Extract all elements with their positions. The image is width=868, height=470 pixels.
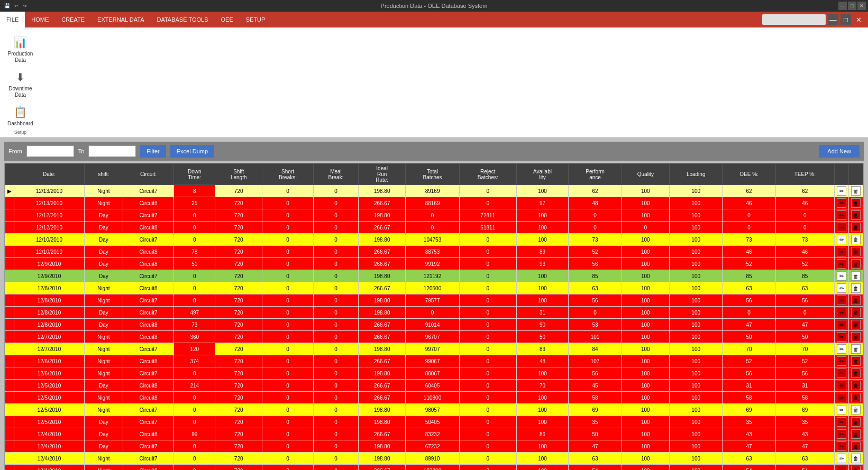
edit-btn[interactable]: ✏ [837,223,846,232]
edit-btn[interactable]: ✏ [837,198,846,208]
table-row[interactable]: 12/7/2010NightCircuit836072000266.679670… [5,331,863,343]
row-selector[interactable] [5,416,14,428]
table-row[interactable]: 12/4/2010DayCircuit89972000266.678323208… [5,428,863,440]
table-row[interactable]: 12/8/2010NightCircuit7072000198.80795770… [5,294,863,307]
table-row[interactable]: 12/4/2010NightCircuit7072000198.80899100… [5,453,863,465]
edit-btn[interactable]: ✏ [837,283,846,293]
edit-btn[interactable]: ✏ [837,186,846,196]
menu-database[interactable]: DATABASE TOOLS [150,12,214,27]
table-row[interactable]: 12/12/2010DayCircuit8072000266.670618111… [5,222,863,234]
edit-btn[interactable]: ✏ [837,356,846,366]
row-selector[interactable] [5,319,14,331]
delete-btn[interactable]: 🗑 [851,223,861,232]
row-selector[interactable] [5,428,14,440]
minimize-btn[interactable]: — [838,2,847,10]
menu-external[interactable]: EXTERNAL DATA [91,12,150,27]
delete-btn[interactable]: 🗑 [851,308,861,317]
row-selector[interactable] [5,307,14,319]
table-row[interactable]: ▶12/13/2010NightCircuit7872000198.808916… [5,185,863,197]
edit-btn[interactable]: ✏ [837,393,846,402]
table-row[interactable]: 12/12/2010DayCircuit7072000198.800728111… [5,209,863,222]
edit-btn[interactable]: ✏ [837,368,846,378]
edit-btn[interactable]: ✏ [837,454,846,463]
row-selector[interactable] [5,380,14,392]
downtime-data-btn[interactable]: ⬇ DowntimeData [5,67,35,100]
edit-btn[interactable]: ✏ [837,296,846,305]
delete-btn[interactable]: 🗑 [851,417,861,427]
row-selector[interactable] [5,246,14,258]
row-selector[interactable] [5,234,14,246]
delete-btn[interactable]: 🗑 [851,283,861,293]
edit-btn[interactable]: ✏ [837,308,846,317]
edit-btn[interactable]: ✏ [837,247,846,256]
from-input[interactable] [26,145,74,157]
edit-btn[interactable]: ✏ [837,441,846,451]
filter-button[interactable]: Filter [140,145,166,158]
delete-btn[interactable]: 🗑 [851,186,861,196]
delete-btn[interactable]: 🗑 [851,368,861,378]
ribbon-close[interactable]: ✕ [853,14,864,25]
delete-btn[interactable]: 🗑 [851,210,861,220]
ribbon-restore[interactable]: □ [840,14,851,25]
data-table-container[interactable]: Date: shift: Circuit: DownTime: ShiftLen… [4,163,864,470]
delete-btn[interactable]: 🗑 [851,296,861,305]
table-row[interactable]: 12/9/2010DayCircuit7072000198.8012119201… [5,270,863,282]
excel-button[interactable]: Excel Dump [170,145,214,158]
delete-btn[interactable]: 🗑 [851,344,861,354]
delete-btn[interactable]: 🗑 [851,235,861,244]
table-row[interactable]: 12/7/2010NightCircuit712072000198.809970… [5,343,863,355]
menu-home[interactable]: HOME [25,12,55,27]
edit-btn[interactable]: ✏ [837,429,846,439]
table-row[interactable]: 12/4/2010NightCircuit8072000266.67103800… [5,465,863,471]
edit-btn[interactable]: ✏ [837,259,846,269]
table-row[interactable]: 12/8/2010DayCircuit87372000266.679101409… [5,319,863,331]
table-row[interactable]: 12/5/2010NightCircuit8072000266.67110800… [5,392,863,404]
delete-btn[interactable]: 🗑 [851,466,861,470]
table-row[interactable]: 12/5/2010DayCircuit821472000266.67604050… [5,380,863,392]
table-row[interactable]: 12/8/2010DayCircuit749772000198.80003101… [5,307,863,319]
add-new-button[interactable]: Add New [819,145,860,158]
delete-btn[interactable]: 🗑 [851,198,861,208]
row-selector[interactable] [5,258,14,270]
menu-setup[interactable]: SETUP [240,12,272,27]
to-input[interactable] [88,145,136,157]
table-row[interactable]: 12/8/2010NightCircuit8072000266.67120500… [5,282,863,294]
delete-btn[interactable]: 🗑 [851,356,861,366]
table-row[interactable]: 12/6/2010NightCircuit7072000198.80800670… [5,367,863,380]
table-row[interactable]: 12/13/2010NightCircuit82572000266.678816… [5,197,863,209]
row-selector[interactable] [5,392,14,404]
close-btn[interactable]: ✕ [857,2,866,10]
table-row[interactable]: 12/10/2010DayCircuit7072000198.801047530… [5,234,863,246]
table-row[interactable]: 12/5/2010NightCircuit7072000198.80980570… [5,404,863,416]
delete-btn[interactable]: 🗑 [851,320,861,329]
table-row[interactable]: 12/9/2010DayCircuit85172000266.679919209… [5,258,863,270]
delete-btn[interactable]: 🗑 [851,259,861,269]
table-row[interactable]: 12/5/2010DayCircuit7072000198.8050405010… [5,416,863,428]
row-selector[interactable] [5,294,14,307]
edit-btn[interactable]: ✏ [837,332,846,342]
edit-btn[interactable]: ✏ [837,320,846,329]
table-row[interactable]: 12/4/2010DayCircuit7072000198.8067232010… [5,440,863,453]
delete-btn[interactable]: 🗑 [851,271,861,281]
edit-btn[interactable]: ✏ [837,405,846,414]
edit-btn[interactable]: ✏ [837,344,846,354]
table-row[interactable]: 12/10/2010DayCircuit87872000266.67887530… [5,246,863,258]
row-selector[interactable] [5,331,14,343]
edit-btn[interactable]: ✏ [837,417,846,427]
edit-btn[interactable]: ✏ [837,271,846,281]
row-selector[interactable] [5,465,14,471]
row-selector[interactable] [5,355,14,367]
edit-btn[interactable]: ✏ [837,210,846,220]
dashboard-btn[interactable]: 📋 Dashboard [4,102,36,128]
maximize-btn[interactable]: □ [848,2,856,10]
menu-create[interactable]: CREATE [55,12,91,27]
delete-btn[interactable]: 🗑 [851,405,861,414]
row-selector[interactable] [5,222,14,234]
row-selector[interactable] [5,209,14,222]
delete-btn[interactable]: 🗑 [851,247,861,256]
delete-btn[interactable]: 🗑 [851,381,861,390]
row-selector[interactable] [5,404,14,416]
ribbon-minimize[interactable]: — [828,14,838,25]
table-row[interactable]: 12/6/2010NightCircuit837472000266.679906… [5,355,863,367]
row-selector[interactable] [5,343,14,355]
